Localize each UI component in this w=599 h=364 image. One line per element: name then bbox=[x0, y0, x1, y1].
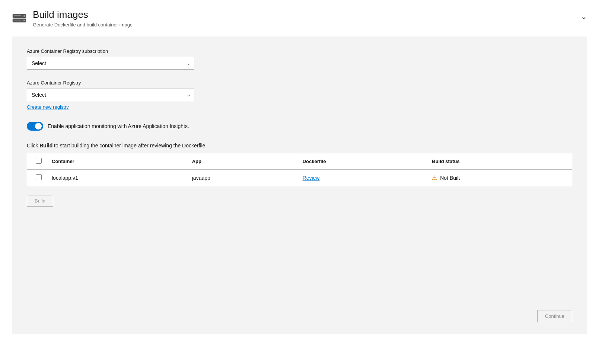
main-panel: Azure Container Registry subscription Se… bbox=[12, 36, 587, 334]
select-all-checkbox[interactable] bbox=[36, 158, 42, 164]
subscription-select-wrapper: Select ⌄ bbox=[27, 57, 194, 70]
registry-select[interactable]: Select bbox=[27, 89, 194, 101]
instruction-suffix: to start building the container image af… bbox=[52, 143, 207, 149]
svg-rect-4 bbox=[14, 15, 21, 16]
svg-point-2 bbox=[23, 15, 25, 17]
subscription-label: Azure Container Registry subscription bbox=[27, 48, 572, 54]
registry-select-wrapper: Select ⌄ bbox=[27, 89, 194, 101]
build-instruction: Click Build to start building the contai… bbox=[27, 143, 572, 149]
col-buildstatus-header: Build status bbox=[426, 153, 572, 170]
page-title: Build images bbox=[33, 9, 133, 20]
subscription-select[interactable]: Select bbox=[27, 57, 194, 70]
containers-table: Container App Dockerfile Build status lo… bbox=[27, 153, 572, 186]
registry-label: Azure Container Registry bbox=[27, 80, 572, 86]
status-text: Not Built bbox=[440, 175, 460, 181]
col-dockerfile-header: Dockerfile bbox=[297, 153, 426, 170]
page-subtitle: Generate Dockerfile and build container … bbox=[33, 22, 133, 28]
page-header: Build images Generate Dockerfile and bui… bbox=[0, 0, 599, 33]
table-header-row: Container App Dockerfile Build status bbox=[27, 153, 572, 170]
containers-table-container: Container App Dockerfile Build status lo… bbox=[27, 153, 572, 186]
app-insights-toggle[interactable] bbox=[27, 122, 43, 131]
warning-icon: ⚠ bbox=[432, 174, 437, 181]
row-buildstatus-cell: ⚠ Not Built bbox=[426, 170, 572, 186]
toggle-label: Enable application monitoring with Azure… bbox=[48, 123, 189, 129]
collapse-icon[interactable]: ⌄ bbox=[581, 12, 587, 21]
instruction-prefix: Click bbox=[27, 143, 39, 149]
build-status: ⚠ Not Built bbox=[432, 174, 566, 181]
svg-rect-5 bbox=[14, 20, 21, 20]
create-registry-link[interactable]: Create new registry bbox=[27, 104, 69, 110]
svg-point-3 bbox=[23, 20, 25, 21]
col-app-header: App bbox=[186, 153, 297, 170]
subscription-group: Azure Container Registry subscription Se… bbox=[27, 48, 572, 70]
server-icon bbox=[12, 10, 27, 25]
build-button[interactable]: Build bbox=[27, 195, 53, 207]
col-checkbox-header bbox=[27, 153, 46, 170]
header-left: Build images Generate Dockerfile and bui… bbox=[12, 9, 133, 28]
row-app-cell: javaapp bbox=[186, 170, 297, 186]
row-checkbox-cell bbox=[27, 170, 46, 186]
table-row: localapp:v1 javaapp Review ⚠ Not Built bbox=[27, 170, 572, 186]
continue-button[interactable]: Continue bbox=[537, 310, 572, 322]
row-checkbox[interactable] bbox=[36, 174, 42, 180]
row-container-cell: localapp:v1 bbox=[46, 170, 186, 186]
col-container-header: Container bbox=[46, 153, 186, 170]
row-dockerfile-cell: Review bbox=[297, 170, 426, 186]
toggle-thumb bbox=[35, 123, 42, 130]
header-text: Build images Generate Dockerfile and bui… bbox=[33, 9, 133, 28]
instruction-bold: Build bbox=[39, 143, 52, 149]
registry-group: Azure Container Registry Select ⌄ Create… bbox=[27, 80, 572, 110]
toggle-track bbox=[27, 122, 43, 131]
review-link[interactable]: Review bbox=[303, 175, 320, 181]
toggle-section: Enable application monitoring with Azure… bbox=[27, 122, 572, 131]
